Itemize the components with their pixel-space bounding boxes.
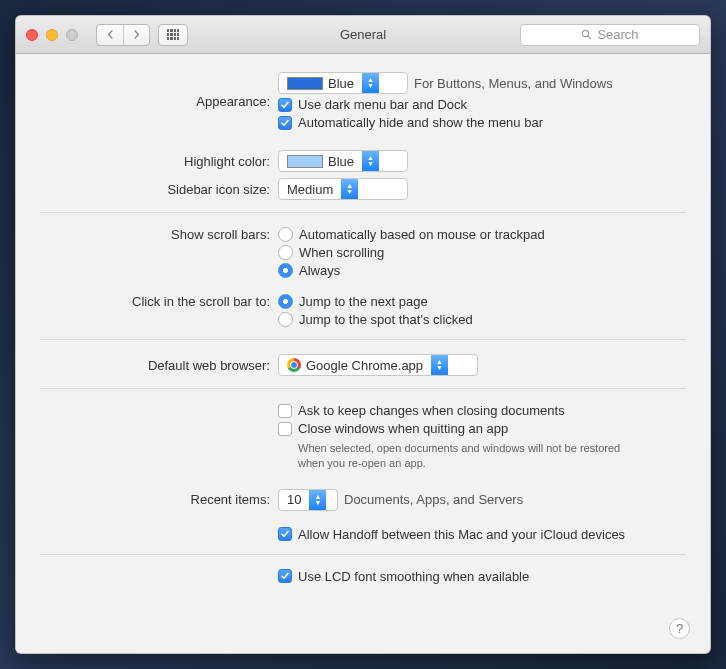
recent-items-value: 10 <box>287 492 301 507</box>
recent-items-label: Recent items: <box>40 492 278 507</box>
stepper-icon: ▲▼ <box>309 490 326 510</box>
scroll-auto-radio[interactable]: Automatically based on mouse or trackpad <box>278 227 545 242</box>
sidebar-size-select[interactable]: Medium ▲▼ <box>278 178 408 200</box>
click-spot-label: Jump to the spot that's clicked <box>299 312 473 327</box>
sidebar-size-label: Sidebar icon size: <box>40 182 278 197</box>
preferences-window: General Search Appearance: Blue ▲▼ <box>15 15 711 654</box>
help-button[interactable]: ? <box>669 618 690 639</box>
close-icon[interactable] <box>26 29 38 41</box>
stepper-icon: ▲▼ <box>341 179 358 199</box>
browser-value: Google Chrome.app <box>306 358 423 373</box>
appearance-value: Blue <box>328 76 354 91</box>
search-icon <box>581 29 592 40</box>
scroll-always-radio[interactable]: Always <box>278 263 545 278</box>
highlight-value: Blue <box>328 154 354 169</box>
color-swatch-icon <box>287 77 323 90</box>
click-next-radio[interactable]: Jump to the next page <box>278 294 473 309</box>
ask-keep-label: Ask to keep changes when closing documen… <box>298 403 565 418</box>
divider <box>40 388 686 389</box>
radio-icon <box>278 263 293 278</box>
radio-icon <box>278 312 293 327</box>
radio-icon <box>278 245 293 260</box>
sidebar-size-value: Medium <box>287 182 333 197</box>
scroll-scrolling-label: When scrolling <box>299 245 384 260</box>
grid-icon <box>167 29 179 41</box>
checkbox-icon <box>278 569 292 583</box>
content: Appearance: Blue ▲▼ For Buttons, Menus, … <box>16 54 710 600</box>
recent-items-select[interactable]: 10 ▲▼ <box>278 489 338 511</box>
zoom-icon[interactable] <box>66 29 78 41</box>
ask-keep-checkbox[interactable]: Ask to keep changes when closing documen… <box>278 403 638 418</box>
browser-label: Default web browser: <box>40 358 278 373</box>
handoff-checkbox[interactable]: Allow Handoff between this Mac and your … <box>278 527 625 542</box>
window-controls <box>26 29 78 41</box>
divider <box>40 339 686 340</box>
scroll-always-label: Always <box>299 263 340 278</box>
divider <box>40 554 686 555</box>
recent-items-hint: Documents, Apps, and Servers <box>344 492 523 507</box>
checkbox-icon <box>278 98 292 112</box>
auto-hide-checkbox[interactable]: Automatically hide and show the menu bar <box>278 115 613 130</box>
show-all-button[interactable] <box>158 24 188 46</box>
divider <box>40 212 686 213</box>
checkbox-icon <box>278 404 292 418</box>
dark-menu-checkbox[interactable]: Use dark menu bar and Dock <box>278 97 613 112</box>
close-quit-label: Close windows when quitting an app <box>298 421 508 436</box>
search-input[interactable]: Search <box>520 24 700 46</box>
checkbox-icon <box>278 527 292 541</box>
checkbox-icon <box>278 422 292 436</box>
minimize-icon[interactable] <box>46 29 58 41</box>
appearance-hint: For Buttons, Menus, and Windows <box>414 76 613 91</box>
highlight-label: Highlight color: <box>40 154 278 169</box>
auto-hide-label: Automatically hide and show the menu bar <box>298 115 543 130</box>
search-placeholder: Search <box>597 27 638 42</box>
close-quit-hint: When selected, open documents and window… <box>278 441 638 471</box>
chrome-icon <box>287 358 301 372</box>
highlight-select[interactable]: Blue ▲▼ <box>278 150 408 172</box>
stepper-icon: ▲▼ <box>431 355 448 375</box>
radio-icon <box>278 227 293 242</box>
stepper-icon: ▲▼ <box>362 73 379 93</box>
appearance-select[interactable]: Blue ▲▼ <box>278 72 408 94</box>
lcd-smoothing-checkbox[interactable]: Use LCD font smoothing when available <box>278 569 529 584</box>
window-title: General <box>340 27 386 42</box>
nav-back-forward <box>96 24 150 46</box>
click-spot-radio[interactable]: Jump to the spot that's clicked <box>278 312 473 327</box>
checkbox-icon <box>278 116 292 130</box>
scroll-auto-label: Automatically based on mouse or trackpad <box>299 227 545 242</box>
close-quit-checkbox[interactable]: Close windows when quitting an app <box>278 421 638 436</box>
forward-button[interactable] <box>123 25 149 45</box>
click-next-label: Jump to the next page <box>299 294 428 309</box>
scrollbars-label: Show scroll bars: <box>40 227 278 242</box>
scroll-scrolling-radio[interactable]: When scrolling <box>278 245 545 260</box>
help-icon: ? <box>676 621 683 636</box>
browser-select[interactable]: Google Chrome.app ▲▼ <box>278 354 478 376</box>
titlebar: General Search <box>16 16 710 54</box>
appearance-label: Appearance: <box>40 94 278 109</box>
color-swatch-icon <box>287 155 323 168</box>
click-scroll-label: Click in the scroll bar to: <box>40 294 278 309</box>
handoff-label: Allow Handoff between this Mac and your … <box>298 527 625 542</box>
lcd-smoothing-label: Use LCD font smoothing when available <box>298 569 529 584</box>
svg-line-1 <box>588 36 591 39</box>
dark-menu-label: Use dark menu bar and Dock <box>298 97 467 112</box>
radio-icon <box>278 294 293 309</box>
stepper-icon: ▲▼ <box>362 151 379 171</box>
back-button[interactable] <box>97 25 123 45</box>
